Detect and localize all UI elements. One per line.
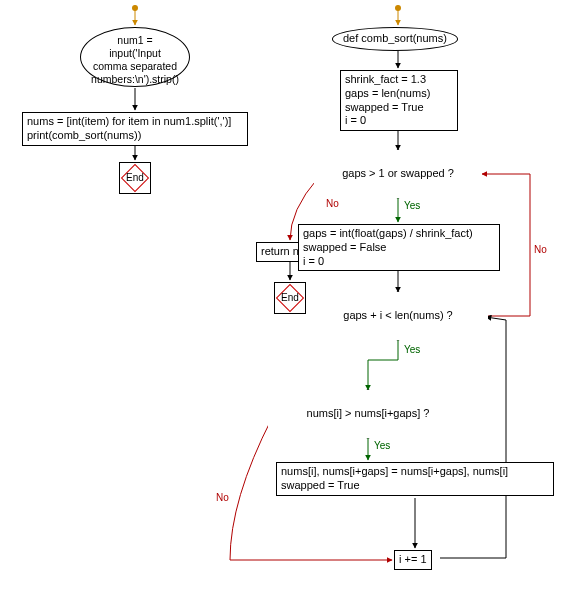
process-block: nums = [int(item) for item in num1.split… [22,112,248,146]
inner-cond-text: gaps + i < len(nums) ? [343,309,452,323]
outer-cond-text: gaps > 1 or swapped ? [342,167,454,181]
svg-point-0 [132,5,138,11]
inner-no-label: No [534,244,547,255]
compare-cond: nums[i] > nums[i+gaps] ? [268,390,468,438]
inner-yes-label: Yes [404,344,420,355]
def-text: def comb_sort(nums) [343,32,447,44]
def-block: def comb_sort(nums) [332,27,458,51]
outer-cond: gaps > 1 or swapped ? [314,150,482,198]
right-end-label: End [281,292,299,305]
left-end-label: End [126,172,144,185]
swap-text: nums[i], nums[i+gaps] = nums[i+gaps], nu… [281,465,508,491]
right-end: End [274,282,306,314]
gap-update-text: gaps = int(float(gaps) / shrink_fact) sw… [303,227,473,267]
process-text: nums = [int(item) for item in num1.split… [27,115,231,141]
increment-text: i += 1 [399,553,427,565]
gap-update-block: gaps = int(float(gaps) / shrink_fact) sw… [298,224,500,271]
input-block: num1 = input('Input comma separated numb… [80,27,190,87]
init-text: shrink_fact = 1.3 gaps = len(nums) swapp… [345,73,430,126]
compare-cond-text: nums[i] > nums[i+gaps] ? [307,407,430,421]
outer-no-label: No [326,198,339,209]
input-text: num1 = input('Input comma separated numb… [91,34,179,87]
outer-yes-label: Yes [404,200,420,211]
swap-block: nums[i], nums[i+gaps] = nums[i+gaps], nu… [276,462,554,496]
svg-point-1 [395,5,401,11]
increment-block: i += 1 [394,550,432,570]
compare-yes-label: Yes [374,440,390,451]
left-end: End [119,162,151,194]
compare-no-label: No [216,492,229,503]
init-block: shrink_fact = 1.3 gaps = len(nums) swapp… [340,70,458,131]
inner-cond: gaps + i < len(nums) ? [308,292,488,340]
